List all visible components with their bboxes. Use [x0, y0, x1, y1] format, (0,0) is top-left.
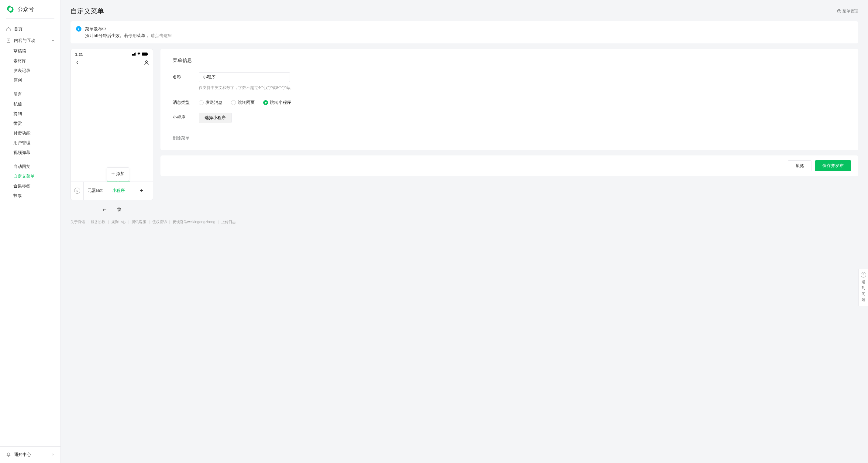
svg-rect-10 [147, 54, 148, 55]
sidebar-content-group[interactable]: 内容与互动 [0, 35, 60, 46]
sidebar-item-autoreply[interactable]: 自动回复 [0, 162, 60, 171]
name-label: 名称 [173, 72, 199, 80]
chevron-right-icon [51, 453, 54, 457]
svg-point-12 [76, 190, 76, 190]
svg-rect-8 [135, 53, 135, 56]
phone-statusbar: 1:21 [71, 49, 153, 58]
nav: 首页 内容与互动 草稿箱 素材库 发表记录 原创 留言 私信 提到 赞赏 付费功… [0, 22, 60, 446]
main: 自定义菜单 菜单管理 i 菜单发布中 预计56分钟后生效。若停用菜单，请点击这里 [61, 0, 868, 463]
radio-icon [263, 100, 268, 105]
svg-point-16 [77, 191, 77, 191]
radio-label: 跳转小程序 [270, 100, 291, 105]
svg-rect-6 [133, 54, 134, 56]
svg-point-17 [78, 191, 78, 191]
svg-rect-5 [132, 54, 133, 56]
phone-menu-2[interactable]: 小程序 [107, 181, 130, 200]
footer-link[interactable]: 关于腾讯 [70, 220, 85, 225]
header: 自定义菜单 菜单管理 [61, 0, 868, 21]
move-left-button[interactable] [100, 205, 109, 214]
sidebar-item-tags[interactable]: 合集标签 [0, 181, 60, 191]
delete-menu-link[interactable]: 删除菜单 [173, 135, 190, 140]
submenu-add-button[interactable]: + 添加 [107, 168, 129, 180]
phone-submenu-popover: + 添加 [107, 167, 129, 181]
keyboard-toggle[interactable] [71, 182, 84, 200]
chevron-up-icon [51, 39, 54, 43]
phone-time: 1:21 [75, 52, 83, 57]
action-bar: 预览 保存并发布 [160, 156, 858, 176]
info-icon: i [76, 26, 82, 32]
sidebar-home-label: 首页 [14, 26, 23, 32]
sidebar-item-users[interactable]: 用户管理 [0, 138, 60, 148]
footer-link[interactable]: 侵权投诉 [152, 220, 167, 225]
svg-point-14 [78, 190, 78, 190]
sidebar-item-publish-history[interactable]: 发表记录 [0, 66, 60, 76]
phone-menu-1[interactable]: 元器Bot [84, 182, 107, 200]
phone-navbar [71, 58, 153, 70]
bell-icon [6, 452, 11, 457]
phone-preview: 1:21 [70, 49, 153, 200]
content-icon [6, 38, 11, 43]
plus-icon: + [140, 187, 143, 194]
svg-point-11 [146, 61, 147, 63]
footer-link[interactable]: 上传日志 [221, 220, 236, 225]
type-label: 消息类型 [173, 98, 199, 105]
sidebar-notify[interactable]: 通知中心 [0, 449, 60, 461]
signal-wifi-battery-icon [132, 52, 149, 57]
sidebar-item-mentions[interactable]: 提到 [0, 109, 60, 119]
miniapp-label: 小程序 [173, 113, 199, 120]
footer-link[interactable]: 服务协议 [91, 220, 105, 225]
user-icon[interactable] [144, 60, 149, 66]
select-miniapp-button[interactable]: 选择小程序 [199, 113, 231, 123]
sidebar-home[interactable]: 首页 [0, 23, 60, 35]
notice-title: 菜单发布中 [85, 26, 172, 32]
sidebar-item-drafts[interactable]: 草稿箱 [0, 46, 60, 56]
footer-link[interactable]: 反馈官号weixingongzhong [173, 220, 215, 225]
radio-icon [231, 100, 236, 105]
menu-info-panel: 菜单信息 名称 仅支持中英文和数字，字数不超过4个汉字或8个字母。 消息类型 [160, 49, 858, 150]
name-input[interactable] [199, 72, 290, 82]
radio-jump-miniapp[interactable]: 跳转小程序 [263, 100, 291, 105]
sidebar-item-vote[interactable]: 投票 [0, 191, 60, 201]
sidebar-item-paid[interactable]: 付费功能 [0, 128, 60, 138]
notice-desc: 预计56分钟后生效。若停用菜单， [85, 33, 150, 38]
footer: 关于腾讯| 服务协议| 规则中心| 腾讯客服| 侵权投诉| 反馈官号weixin… [70, 214, 858, 226]
radio-jump-url[interactable]: 跳转网页 [231, 100, 255, 105]
float-help-button[interactable]: ? 遇到问题 [858, 269, 868, 306]
radio-label: 跳转网页 [238, 100, 255, 105]
sidebar-item-danmu[interactable]: 视频弹幕 [0, 148, 60, 158]
header-help-link[interactable]: 菜单管理 [837, 8, 858, 14]
sidebar-item-reward[interactable]: 赞赏 [0, 119, 60, 128]
phone-menu-add[interactable]: + [130, 182, 153, 200]
sidebar-item-assets[interactable]: 素材库 [0, 56, 60, 66]
footer-link[interactable]: 腾讯客服 [132, 220, 146, 225]
back-icon[interactable] [74, 60, 81, 67]
svg-point-13 [77, 190, 77, 190]
float-help-label: 遇到问题 [860, 279, 866, 303]
publish-button[interactable]: 保存并发布 [815, 160, 851, 171]
submenu-add-label: 添加 [116, 171, 125, 177]
footer-link[interactable]: 规则中心 [111, 220, 126, 225]
svg-rect-9 [142, 53, 147, 56]
sidebar: 公众号 首页 内容与互动 草稿箱 素材库 发表记录 原创 [0, 0, 61, 463]
sidebar-item-dm[interactable]: 私信 [0, 99, 60, 109]
sidebar-item-comments[interactable]: 留言 [0, 90, 60, 99]
radio-icon [199, 100, 204, 105]
sidebar-content-label: 内容与互动 [14, 38, 35, 43]
question-icon [837, 9, 841, 13]
notice-banner: i 菜单发布中 预计56分钟后生效。若停用菜单，请点击这里 [70, 21, 858, 43]
radio-label: 发送消息 [206, 100, 222, 105]
notice-link[interactable]: 请点击这里 [151, 33, 172, 38]
header-help-label: 菜单管理 [842, 8, 858, 14]
phone-tools [70, 205, 153, 214]
question-icon: ? [861, 272, 866, 277]
sidebar-item-custom-menu[interactable]: 自定义菜单 [0, 171, 60, 181]
svg-rect-7 [134, 53, 135, 56]
delete-button[interactable] [115, 205, 123, 214]
sidebar-item-original[interactable]: 原创 [0, 76, 60, 85]
sidebar-notify-label: 通知中心 [14, 452, 31, 458]
radio-send-message[interactable]: 发送消息 [199, 100, 222, 105]
svg-point-4 [839, 12, 839, 12]
keyboard-icon [74, 188, 80, 194]
brand[interactable]: 公众号 [0, 0, 60, 18]
preview-button[interactable]: 预览 [788, 160, 811, 171]
